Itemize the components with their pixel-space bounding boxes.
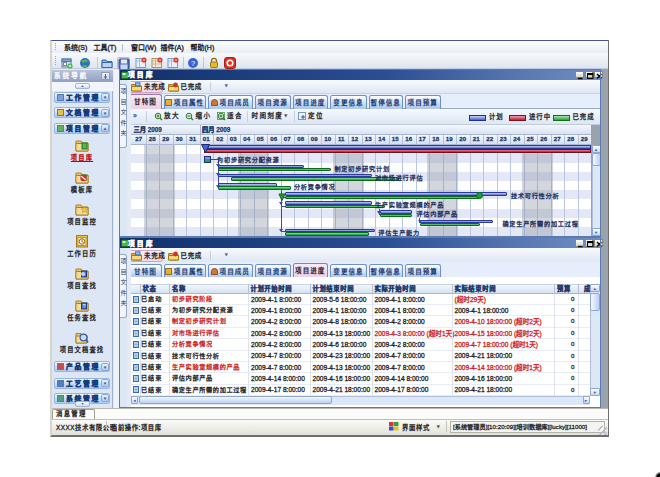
svg-text:?: ?: [191, 58, 195, 67]
svg-text:?: ?: [82, 303, 85, 309]
